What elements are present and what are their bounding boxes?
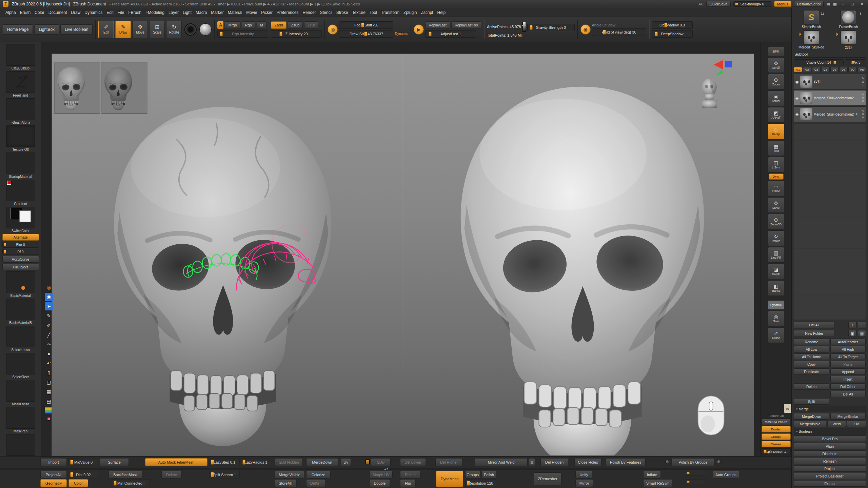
subtool-brush-icon[interactable]: ✎	[862, 93, 864, 97]
polish-features-knob[interactable]	[665, 460, 669, 464]
del-mt-button[interactable]: DelMT	[306, 479, 325, 487]
flip-button[interactable]: Flip	[400, 479, 416, 487]
solo-button[interactable]: ◎ Solo	[768, 311, 784, 326]
subtool-folder-icon[interactable]: ▤	[862, 80, 864, 83]
zcut-button[interactable]: Zcut	[304, 21, 318, 29]
subtool-action-button[interactable]: Rename	[794, 339, 829, 345]
default-zscript-button[interactable]: DefaultZScript	[794, 1, 824, 7]
menu-item[interactable]: Render	[300, 9, 318, 16]
zoom3d-button[interactable]: ⊕ Zoom3D	[768, 214, 784, 229]
border-button[interactable]: Border	[762, 426, 791, 432]
select-rect-brush[interactable]: SelectRect	[1, 353, 40, 379]
skull-23-slot[interactable]: 23강	[831, 30, 866, 50]
polish-by-groups-button[interactable]: Polish By Groups	[671, 458, 715, 466]
axis-gizmo[interactable]	[712, 58, 733, 77]
gravity-strength-slider[interactable]: Gravity Strength 0	[527, 24, 575, 31]
mirror-button[interactable]: Mirror	[575, 479, 593, 487]
version-tab[interactable]: V3	[812, 67, 821, 72]
split-screen-slider[interactable]: Split Screen 1	[209, 471, 240, 479]
subtool-folder-icon[interactable]: ▤	[862, 96, 864, 100]
visibility-eye-icon[interactable]: ◉	[795, 80, 799, 84]
subtool-action-button[interactable]: Insert	[830, 376, 866, 382]
menu-item[interactable]: Material	[226, 9, 244, 16]
subtool-action-button[interactable]: Del All	[830, 391, 866, 397]
subtool-action-button[interactable]: Uv	[847, 421, 866, 427]
basic-material-b-thumb[interactable]: BasicMaterialB	[1, 299, 40, 325]
maximize-button[interactable]: □	[849, 1, 856, 6]
home-page-button[interactable]: Home Page	[3, 24, 33, 35]
subtool-action-button[interactable]: Copy	[794, 361, 829, 367]
menu-item[interactable]: Transform	[379, 9, 401, 16]
spix-slider[interactable]: SPix 3	[845, 59, 866, 65]
menu-item[interactable]: Texture	[350, 9, 367, 16]
subtool-action-button[interactable]: Duplicate	[794, 368, 829, 375]
menu-item[interactable]: Light	[181, 9, 194, 16]
version-tab[interactable]: V4	[821, 67, 830, 72]
screen-capture-icon[interactable]: ▢	[45, 378, 53, 386]
visibility-eye-icon[interactable]: ◉	[795, 96, 799, 100]
aahalf-button[interactable]: ◩ AAHalf	[768, 107, 784, 123]
subtool-empty-list-area[interactable]	[794, 124, 866, 320]
list-all-button[interactable]: List All	[794, 322, 834, 328]
subtool-row[interactable]: ◉ 23강 ✎ ▤ ≡	[794, 74, 866, 89]
menu-item[interactable]: Macro	[194, 9, 209, 16]
pencil-icon[interactable]: ✎	[45, 312, 53, 320]
move-up-button[interactable]: ↑	[848, 322, 856, 328]
subtool-action-button[interactable]: Split	[794, 398, 829, 405]
replay-last-button[interactable]: ReplayLast	[425, 21, 450, 29]
minimize-button[interactable]: –	[840, 1, 846, 6]
undo-icon[interactable]: ↶	[45, 359, 53, 367]
menu-item[interactable]: Stencil	[318, 9, 334, 16]
field-of-view-slider[interactable]: Field of view(deg) 30	[592, 28, 646, 36]
subtool-action-button[interactable]: All Low	[794, 346, 829, 352]
tray-divider-handle[interactable]: ▴▾	[380, 466, 393, 471]
delete-button[interactable]: Delete	[161, 471, 182, 479]
objshadow-slider[interactable]: ObjShadow 0.3	[652, 21, 693, 29]
camera-icon[interactable]: ◉	[580, 24, 591, 35]
see-through-slider[interactable]: See-through- 0	[733, 1, 771, 7]
colorize-button[interactable]: Colorize	[306, 471, 331, 479]
stroke-preview[interactable]	[184, 23, 197, 36]
project-all-button[interactable]: ProjectAll	[40, 471, 67, 479]
polyframe-button[interactable]: ◪ PolyF	[768, 264, 784, 279]
del-lower-button[interactable]: Del Lower	[400, 458, 426, 466]
live-boolean-button[interactable]: Live Boolean	[60, 24, 93, 35]
pen-icon[interactable]: ✑	[45, 340, 53, 348]
highlighter-icon[interactable]: ✐	[45, 321, 53, 329]
merged-skull-slot[interactable]: Merged_Skull-de	[794, 30, 829, 50]
lazyradius-slider[interactable]: LazyRadius 1	[241, 458, 271, 466]
scroll-button[interactable]: ✥ Scroll	[768, 57, 784, 73]
mini-swatch[interactable]	[366, 460, 370, 464]
move-down-button[interactable]: ↓	[858, 322, 866, 328]
subtool-brush-icon[interactable]: ✎	[862, 109, 864, 113]
menu-item[interactable]: Alpha	[3, 9, 18, 16]
menu-item[interactable]: I-Modeling	[143, 9, 166, 16]
subtool-action-button[interactable]: Paste	[830, 361, 866, 367]
min-connected-slider[interactable]: Min Connected I	[112, 479, 150, 487]
lightbox-button[interactable]: LightBox	[34, 24, 59, 35]
delete2-button[interactable]: Delete	[400, 471, 420, 479]
color-swatch-icon[interactable]: ■	[45, 415, 53, 423]
dot-size-icon[interactable]: ●	[45, 350, 53, 358]
surface-button[interactable]: Surface	[100, 458, 129, 466]
polish-groups-knob[interactable]	[717, 460, 721, 464]
basic-material-thumb[interactable]: BasicMaterial	[1, 271, 40, 298]
subtool-action-button[interactable]: Extract	[794, 480, 866, 487]
perspective-button[interactable]: ◇ Persp	[768, 124, 784, 139]
menu-item[interactable]: Dynamics	[82, 9, 104, 16]
visibility-eye-icon[interactable]: ◉	[795, 112, 799, 117]
uv-button[interactable]: Uv	[341, 458, 351, 466]
texture-palette-tab[interactable]: Te	[784, 404, 791, 413]
subtool-brush-icon[interactable]: ✎	[862, 77, 864, 80]
divider-bar-icon[interactable]: ▤	[826, 2, 830, 6]
backface-mask-button[interactable]: BackfaceMask	[108, 471, 142, 479]
eraserbrush-slot[interactable]: 3 EraserBrush	[831, 10, 866, 29]
blur-slider[interactable]: Blur 0	[1, 242, 40, 248]
menu-item[interactable]: Tool	[368, 9, 379, 16]
morph-uv-button[interactable]: Morph UV	[370, 471, 393, 479]
bpr-render-button[interactable]: BPR	[768, 47, 784, 56]
deepshadow-slider[interactable]: DeepShadow	[652, 30, 693, 38]
subtool-action-button[interactable]: All High	[830, 346, 866, 352]
subtool-row[interactable]: ◉ Merged_Skull-decimation2_4 ✎ ▤ ≡	[794, 106, 866, 122]
mergedown-button[interactable]: MergeDown	[306, 458, 338, 466]
